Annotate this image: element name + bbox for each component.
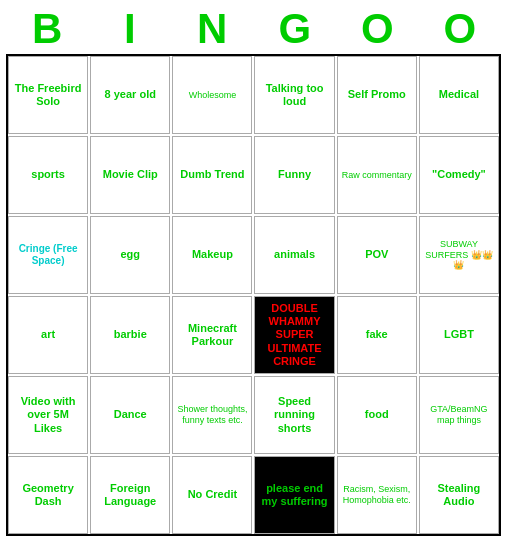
bingo-cell-11[interactable]: "Comedy" bbox=[419, 136, 499, 214]
bingo-cell-4[interactable]: Self Promo bbox=[337, 56, 417, 134]
bingo-cell-31[interactable]: Foreign Language bbox=[90, 456, 170, 534]
bingo-cell-3[interactable]: Talking too loud bbox=[254, 56, 334, 134]
bingo-cell-35[interactable]: Stealing Audio bbox=[419, 456, 499, 534]
bingo-cell-7[interactable]: Movie Clip bbox=[90, 136, 170, 214]
bingo-cell-28[interactable]: food bbox=[337, 376, 417, 454]
header-letter-o: O bbox=[419, 8, 501, 50]
bingo-cell-12[interactable]: Cringe (Free Space) bbox=[8, 216, 88, 294]
bingo-cell-1[interactable]: 8 year old bbox=[90, 56, 170, 134]
bingo-cell-32[interactable]: No Credit bbox=[172, 456, 252, 534]
header-letter-o: O bbox=[336, 8, 418, 50]
bingo-cell-24[interactable]: Video with over 5M Likes bbox=[8, 376, 88, 454]
bingo-cell-17[interactable]: SUBWAY SURFERS 👑👑👑 bbox=[419, 216, 499, 294]
bingo-cell-22[interactable]: fake bbox=[337, 296, 417, 374]
header-letter-b: B bbox=[6, 8, 88, 50]
bingo-card: BINGOO The Freebird Solo8 year oldWholes… bbox=[0, 2, 507, 542]
bingo-cell-34[interactable]: Racism, Sexism, Homophobia etc. bbox=[337, 456, 417, 534]
bingo-grid: The Freebird Solo8 year oldWholesomeTalk… bbox=[6, 54, 501, 536]
bingo-cell-14[interactable]: Makeup bbox=[172, 216, 252, 294]
bingo-cell-25[interactable]: Dance bbox=[90, 376, 170, 454]
bingo-cell-33[interactable]: please end my suffering bbox=[254, 456, 334, 534]
bingo-cell-13[interactable]: egg bbox=[90, 216, 170, 294]
bingo-cell-21[interactable]: DOUBLE WHAMMY SUPER ULTIMATE CRINGE bbox=[254, 296, 334, 374]
bingo-cell-8[interactable]: Dumb Trend bbox=[172, 136, 252, 214]
bingo-header: BINGOO bbox=[6, 8, 501, 50]
bingo-cell-9[interactable]: Funny bbox=[254, 136, 334, 214]
bingo-cell-27[interactable]: Speed running shorts bbox=[254, 376, 334, 454]
bingo-cell-10[interactable]: Raw commentary bbox=[337, 136, 417, 214]
bingo-cell-23[interactable]: LGBT bbox=[419, 296, 499, 374]
bingo-cell-20[interactable]: Minecraft Parkour bbox=[172, 296, 252, 374]
bingo-cell-15[interactable]: animals bbox=[254, 216, 334, 294]
bingo-cell-30[interactable]: Geometry Dash bbox=[8, 456, 88, 534]
header-letter-g: G bbox=[254, 8, 336, 50]
bingo-cell-0[interactable]: The Freebird Solo bbox=[8, 56, 88, 134]
bingo-cell-16[interactable]: POV bbox=[337, 216, 417, 294]
header-letter-i: I bbox=[89, 8, 171, 50]
bingo-cell-5[interactable]: Medical bbox=[419, 56, 499, 134]
bingo-cell-18[interactable]: art bbox=[8, 296, 88, 374]
bingo-cell-29[interactable]: GTA/BeamNG map things bbox=[419, 376, 499, 454]
bingo-cell-19[interactable]: barbie bbox=[90, 296, 170, 374]
header-letter-n: N bbox=[171, 8, 253, 50]
bingo-cell-26[interactable]: Shower thoughts, funny texts etc. bbox=[172, 376, 252, 454]
bingo-cell-2[interactable]: Wholesome bbox=[172, 56, 252, 134]
bingo-cell-6[interactable]: sports bbox=[8, 136, 88, 214]
